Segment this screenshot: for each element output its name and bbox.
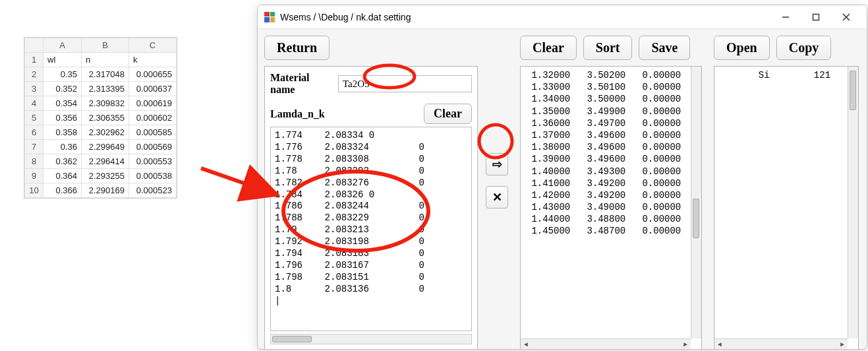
maximize-button[interactable] [801, 8, 831, 26]
arrow-right-icon: ⇨ [492, 157, 502, 172]
transfer-right-button[interactable]: ⇨ [486, 153, 508, 176]
window-controls [770, 8, 861, 26]
col-header-C[interactable]: C [129, 38, 177, 53]
h-scrollbar-right[interactable]: ◄► [714, 338, 848, 349]
row-header[interactable]: 10 [25, 183, 43, 198]
v-scrollbar[interactable] [691, 67, 701, 338]
sort-button[interactable]: Sort [583, 36, 633, 60]
cell[interactable]: 0.358 [43, 125, 82, 140]
spreadsheet-table: A B C 1wlnk20.352.3170480.00065530.3522.… [24, 38, 177, 198]
cell[interactable]: 0.000553 [129, 154, 177, 169]
nk-listbox-content: 1.32000 3.50200 0.00000 1.33000 3.50100 … [521, 67, 701, 240]
cell[interactable]: 0.354 [43, 96, 82, 111]
cell[interactable]: 0.36 [43, 140, 82, 154]
cell[interactable]: 2.306355 [82, 111, 129, 125]
cell[interactable]: 2.302962 [82, 125, 129, 140]
cell[interactable]: 0.362 [43, 154, 82, 169]
cell[interactable]: 2.296414 [82, 154, 129, 169]
cell[interactable]: 2.299649 [82, 140, 129, 154]
row-header[interactable]: 9 [25, 169, 43, 183]
lamda-data-textarea[interactable]: 1.774 2.08334 0 1.776 2.083324 0 1.778 2… [270, 127, 472, 331]
copy-button[interactable]: Copy [776, 36, 832, 60]
row-header[interactable]: 2 [25, 67, 43, 82]
clear-data-button[interactable]: Clear [424, 104, 472, 124]
material-name-label: Material name [270, 72, 334, 96]
row-header[interactable]: 4 [25, 96, 43, 111]
col-header-B[interactable]: B [82, 38, 129, 53]
cell[interactable]: 0.356 [43, 111, 82, 125]
col-header-A[interactable]: A [43, 38, 82, 53]
cell[interactable]: n [82, 53, 129, 67]
save-button[interactable]: Save [639, 36, 690, 60]
row-header[interactable]: 5 [25, 111, 43, 125]
nk-listbox[interactable]: 1.32000 3.50200 0.00000 1.33000 3.50100 … [520, 66, 702, 350]
cell[interactable]: 0.000637 [129, 82, 177, 96]
cell[interactable]: 0.000655 [129, 67, 177, 82]
svg-rect-1 [813, 14, 819, 20]
minimize-button[interactable] [770, 8, 801, 26]
spreadsheet[interactable]: A B C 1wlnk20.352.3170480.00065530.3522.… [24, 37, 177, 199]
cell[interactable]: 0.35 [43, 67, 82, 82]
cell[interactable]: 2.309832 [82, 96, 129, 111]
lamda-label: Lamda_n_k [270, 108, 325, 120]
cell[interactable]: 0.352 [43, 82, 82, 96]
cell[interactable]: 2.290169 [82, 183, 129, 198]
close-button[interactable] [831, 8, 861, 26]
row-header[interactable]: 6 [25, 125, 43, 140]
window-title: Wsems / \Debug / nk.dat setting [280, 12, 411, 22]
row-header[interactable]: 1 [25, 53, 43, 67]
cell[interactable]: 0.000619 [129, 96, 177, 111]
material-summary-content: Si 121 [714, 67, 858, 84]
sheet-corner[interactable] [25, 38, 43, 53]
h-scrollbar-list[interactable]: ◄► [521, 338, 691, 349]
return-button[interactable]: Return [264, 36, 330, 60]
dialog-window: Wsems / \Debug / nk.dat setting Return C… [257, 5, 867, 350]
close-icon: ✕ [492, 190, 502, 205]
row-header[interactable]: 3 [25, 82, 43, 96]
open-button[interactable]: Open [714, 36, 770, 60]
clear-button[interactable]: Clear [520, 36, 577, 60]
cell[interactable]: 2.313395 [82, 82, 129, 96]
row-header[interactable]: 7 [25, 140, 43, 154]
cell[interactable]: 0.364 [43, 169, 82, 183]
row-header[interactable]: 8 [25, 154, 43, 169]
cell[interactable]: 0.000538 [129, 169, 177, 183]
title-bar[interactable]: Wsems / \Debug / nk.dat setting [258, 5, 867, 29]
material-panel: Material name Lamda_n_k Clear 1.774 2.08… [264, 66, 478, 350]
cell[interactable]: 0.366 [43, 183, 82, 198]
cell[interactable]: 2.293255 [82, 169, 129, 183]
cell[interactable]: 0.000602 [129, 111, 177, 125]
cell[interactable]: 0.000523 [129, 183, 177, 198]
material-summary-listbox[interactable]: Si 121 ◄► [714, 66, 859, 350]
cell[interactable]: 2.317048 [82, 67, 129, 82]
cell[interactable]: wl [43, 53, 82, 67]
h-scrollbar[interactable] [270, 334, 472, 344]
delete-button[interactable]: ✕ [486, 186, 508, 208]
cell[interactable]: k [129, 53, 177, 67]
cell[interactable]: 0.000585 [129, 125, 177, 140]
app-icon [264, 12, 275, 22]
cell[interactable]: 0.000569 [129, 140, 177, 154]
v-scrollbar-right[interactable] [848, 67, 858, 338]
material-name-input[interactable] [338, 75, 472, 92]
